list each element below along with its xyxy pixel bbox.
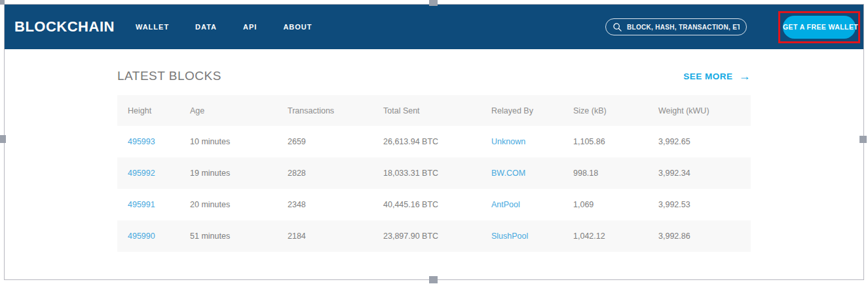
block-age: 51 minutes <box>179 220 277 252</box>
block-size: 1,069 <box>563 189 648 220</box>
latest-blocks-table: Height Age Transactions Total Sent Relay… <box>117 95 751 252</box>
block-total-sent: 40,445.16 BTC <box>373 189 481 220</box>
page-content: LATEST BLOCKS SEE MORE → Height Age Tran <box>5 49 863 279</box>
resize-handle-left[interactable] <box>0 135 6 143</box>
block-transactions: 2184 <box>277 220 373 252</box>
block-height-link[interactable]: 495992 <box>117 157 179 189</box>
page-title: LATEST BLOCKS <box>117 69 221 83</box>
block-age: 20 minutes <box>179 189 277 220</box>
see-more-label: SEE MORE <box>683 71 732 81</box>
block-weight: 3,992.34 <box>648 157 751 189</box>
search-icon <box>613 22 622 32</box>
blockchain-logo[interactable]: BLOCKCHAIN <box>14 18 115 35</box>
block-transactions: 2659 <box>277 126 373 157</box>
relayed-by-link[interactable]: Unknown <box>481 126 563 157</box>
search-input[interactable] <box>627 24 740 31</box>
block-weight: 3,992.53 <box>648 189 751 220</box>
screenshot-root: BLOCKCHAIN WALLET DATA API ABOUT GET A F… <box>0 0 868 284</box>
block-height-link[interactable]: 495993 <box>117 126 179 157</box>
right-arrow-icon: → <box>739 70 751 83</box>
col-header-relayed-by: Relayed By <box>481 95 563 126</box>
block-size: 1,105.86 <box>563 126 648 157</box>
search-box[interactable] <box>605 18 747 35</box>
nav-item-data[interactable]: DATA <box>195 23 217 31</box>
nav-item-about[interactable]: ABOUT <box>283 23 312 31</box>
see-more-link[interactable]: SEE MORE → <box>683 70 751 83</box>
block-size: 998.18 <box>563 157 648 189</box>
main-nav: WALLET DATA API ABOUT <box>136 23 339 31</box>
col-header-height: Height <box>117 95 179 126</box>
table-row: 495993 10 minutes 2659 26,613.94 BTC Unk… <box>117 126 751 157</box>
block-transactions: 2348 <box>277 189 373 220</box>
block-weight: 3,992.65 <box>648 126 751 157</box>
block-age: 19 minutes <box>179 157 277 189</box>
get-free-wallet-button[interactable]: GET A FREE WALLET <box>783 16 856 39</box>
nav-item-api[interactable]: API <box>243 23 257 31</box>
relayed-by-link[interactable]: AntPool <box>481 189 563 220</box>
col-header-total-sent: Total Sent <box>373 95 481 126</box>
nav-item-wallet[interactable]: WALLET <box>136 23 169 31</box>
relayed-by-link[interactable]: BW.COM <box>481 157 563 189</box>
block-size: 1,042.12 <box>563 220 648 252</box>
block-height-link[interactable]: 495990 <box>117 220 179 252</box>
col-header-age: Age <box>179 95 277 126</box>
table-row: 495990 51 minutes 2184 23,897.90 BTC Slu… <box>117 220 751 252</box>
block-total-sent: 23,897.90 BTC <box>373 220 481 252</box>
block-height-link[interactable]: 495991 <box>117 189 179 220</box>
block-total-sent: 26,613.94 BTC <box>373 126 481 157</box>
col-header-transactions: Transactions <box>277 95 373 126</box>
table-header-row: Height Age Transactions Total Sent Relay… <box>117 95 751 126</box>
resize-handle-top[interactable] <box>429 0 438 6</box>
resize-handle-top-left[interactable] <box>0 0 5 5</box>
top-navigation-bar: BLOCKCHAIN WALLET DATA API ABOUT GET A F… <box>5 5 863 49</box>
block-age: 10 minutes <box>179 126 277 157</box>
block-transactions: 2828 <box>277 157 373 189</box>
col-header-size: Size (kB) <box>563 95 648 126</box>
resize-handle-right[interactable] <box>859 136 867 143</box>
table-row: 495991 20 minutes 2348 40,445.16 BTC Ant… <box>117 189 751 220</box>
resize-handle-bottom[interactable] <box>429 276 438 283</box>
block-total-sent: 18,033.31 BTC <box>373 157 481 189</box>
col-header-weight: Weight (kWU) <box>648 95 751 126</box>
block-weight: 3,992.86 <box>648 220 751 252</box>
relayed-by-link[interactable]: SlushPool <box>481 220 563 252</box>
annotation-highlight-box: GET A FREE WALLET <box>778 11 860 43</box>
table-row: 495992 19 minutes 2828 18,033.31 BTC BW.… <box>117 157 751 189</box>
